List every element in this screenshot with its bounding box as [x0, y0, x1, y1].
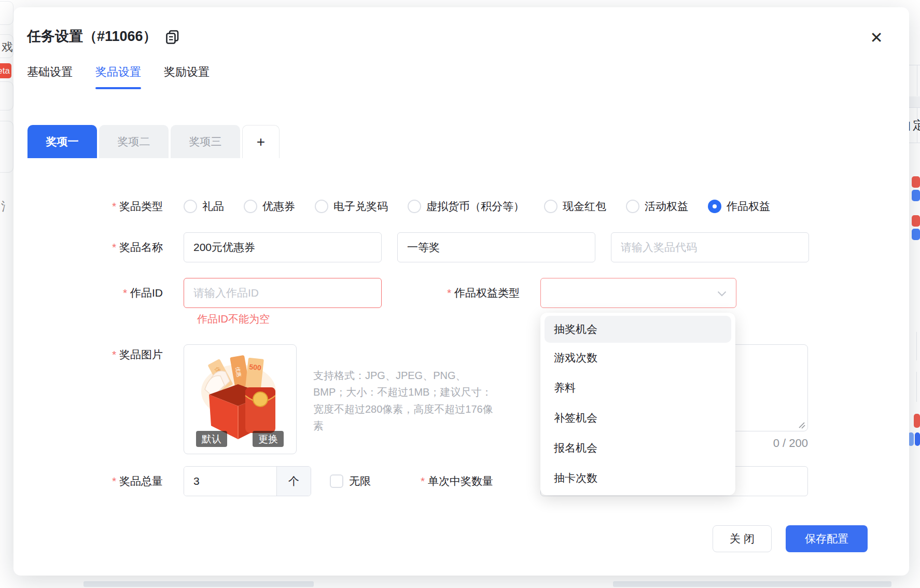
unit-suffix: 个	[276, 467, 311, 496]
radio-icon	[244, 200, 257, 213]
radio-cash-redpacket[interactable]: 现金红包	[544, 199, 606, 214]
bg-partial-text: 戏	[2, 39, 13, 55]
dropdown-option-signup[interactable]: 报名机会	[540, 433, 735, 463]
bg-bottom-bar	[83, 581, 314, 587]
work-id-input[interactable]	[184, 278, 382, 308]
prize-total-label: 奖品总量	[27, 474, 163, 488]
work-right-type-select[interactable]	[540, 278, 736, 308]
bg-blue-button-fragment	[915, 432, 920, 446]
bg-partial-text: 氵	[1, 199, 12, 215]
tab-prize-settings[interactable]: 奖品设置	[95, 64, 141, 89]
radio-work-right[interactable]: 作品权益	[708, 199, 770, 214]
dialog-tabs: 基础设置 奖品设置 奖励设置	[27, 64, 210, 89]
dialog-title: 任务设置（#11066）	[27, 27, 157, 46]
prize-image-label: 奖品图片	[27, 347, 163, 362]
prize-name-input[interactable]	[184, 232, 382, 262]
svg-text:500: 500	[249, 362, 262, 372]
dialog-title-row: 任务设置（#11066）	[27, 27, 179, 46]
radio-icon	[408, 200, 421, 213]
prize-total-row: 奖品总量 个 无限 单次中奖数量	[27, 466, 493, 496]
bg-sidebar-box	[0, 1, 13, 25]
work-id-row: 作品ID 作品权益类型	[27, 278, 736, 308]
prize-type-label: 奖品类型	[27, 199, 163, 214]
chevron-down-icon	[717, 291, 727, 297]
copy-icon[interactable]	[165, 30, 179, 45]
resize-handle-icon[interactable]	[798, 421, 805, 429]
prize-tabs: 奖项一 奖项二 奖项三 +	[27, 125, 280, 158]
image-default-button[interactable]: 默认	[196, 431, 227, 447]
radio-icon	[184, 200, 197, 213]
radio-icon	[544, 200, 557, 213]
prize-grade-input[interactable]	[397, 232, 595, 262]
bg-line	[917, 108, 917, 143]
prize-total-input[interactable]	[184, 467, 276, 496]
prize-total-input-group: 个	[184, 466, 311, 496]
bg-red-button-fragment	[912, 176, 920, 188]
radio-activity-right[interactable]: 活动权益	[626, 199, 688, 214]
radio-virtual-currency[interactable]: 虚拟货币（积分等）	[408, 199, 524, 214]
close-icon[interactable]: ✕	[865, 26, 888, 49]
add-prize-tab-button[interactable]: +	[242, 125, 280, 158]
prize-name-label: 奖品名称	[27, 240, 163, 255]
dropdown-option-nutrient[interactable]: 养料	[540, 373, 735, 403]
bg-red-button-fragment	[912, 215, 920, 227]
work-right-type-dropdown: 抽奖机会 游戏次数 养料 补签机会 报名机会 抽卡次数	[540, 313, 735, 495]
dropdown-option-lottery[interactable]: 抽奖机会	[545, 316, 731, 343]
image-format-hint: 支持格式：JPG、JPEG、PNG、BMP；大小：不超过1MB；建议尺寸：宽度不…	[313, 367, 496, 435]
single-win-label: 单次中奖数量	[421, 474, 493, 488]
bg-blue-button-fragment	[912, 229, 920, 240]
image-change-button[interactable]: 更换	[253, 431, 284, 447]
bg-line	[908, 65, 920, 65]
work-id-label: 作品ID	[27, 286, 163, 300]
bg-sidebar-box	[0, 121, 13, 173]
save-config-button[interactable]: 保存配置	[786, 525, 868, 552]
beta-badge-fragment: eta	[0, 63, 11, 78]
prize-tab-2[interactable]: 奖项二	[99, 125, 169, 158]
bg-line	[917, 65, 917, 96]
task-settings-dialog: 任务设置（#11066） ✕ 基础设置 奖品设置 奖励设置 奖项一 奖项二 奖项…	[13, 7, 909, 576]
bg-line	[908, 143, 920, 143]
prize-type-row: 奖品类型 礼品 优惠券 电子兑奖码 虚拟货币（积分等） 现金红包	[27, 199, 790, 214]
prize-image-row: 奖品图片 优惠券 优惠 500	[27, 344, 496, 454]
bg-table-header-fragment	[908, 96, 920, 108]
prize-tab-3[interactable]: 奖项三	[171, 125, 240, 158]
close-button[interactable]: 关 闭	[713, 525, 772, 552]
dropdown-option-card-draw[interactable]: 抽卡次数	[540, 463, 735, 493]
checkbox-icon	[330, 474, 343, 488]
bg-sidebar-box	[0, 81, 13, 110]
radio-icon	[626, 200, 639, 213]
prize-code-input[interactable]	[611, 232, 809, 262]
unlimited-checkbox[interactable]: 无限	[330, 474, 371, 488]
work-right-type-label: 作品权益类型	[382, 286, 520, 300]
bg-blue-button-fragment	[912, 190, 920, 201]
tab-reward-settings[interactable]: 奖励设置	[164, 64, 210, 89]
radio-checked-icon	[708, 200, 721, 213]
dropdown-option-resign[interactable]: 补签机会	[540, 403, 735, 433]
prize-image-preview[interactable]: 优惠券 优惠 500	[184, 344, 297, 454]
bg-line	[916, 332, 917, 360]
bg-red-button-fragment	[914, 414, 920, 428]
tab-basic-settings[interactable]: 基础设置	[27, 64, 73, 89]
work-id-error-text: 作品ID不能为空	[197, 312, 270, 326]
radio-coupon[interactable]: 优惠券	[244, 199, 295, 214]
bg-bottom-bar	[613, 581, 891, 587]
bg-line	[916, 372, 917, 402]
prize-tab-1[interactable]: 奖项一	[27, 125, 97, 158]
radio-ecode[interactable]: 电子兑奖码	[315, 199, 388, 214]
radio-gift[interactable]: 礼品	[184, 199, 224, 214]
prize-name-row: 奖品名称	[27, 232, 809, 262]
dropdown-option-game-times[interactable]: 游戏次数	[540, 343, 735, 373]
radio-icon	[315, 200, 328, 213]
prize-type-options: 礼品 优惠券 电子兑奖码 虚拟货币（积分等） 现金红包 活动权益	[184, 199, 790, 214]
